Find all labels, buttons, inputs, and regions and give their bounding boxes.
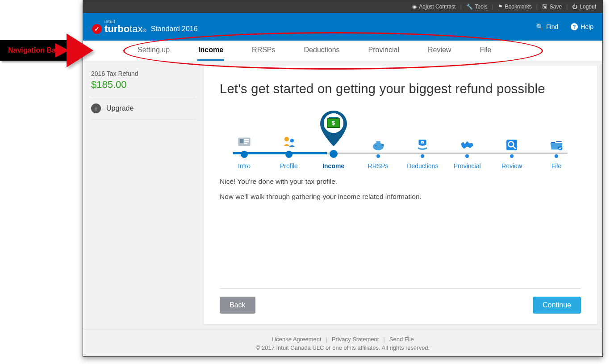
tab-income[interactable]: Income bbox=[197, 41, 224, 61]
checkmark-icon: ✓ bbox=[92, 24, 102, 34]
tab-provincial[interactable]: Provincial bbox=[368, 41, 400, 61]
bookmarks-link[interactable]: ⚑ Bookmarks bbox=[498, 4, 532, 10]
rrsps-icon bbox=[371, 129, 386, 153]
sidebar: 2016 Tax Refund $185.00 ↑ Upgrade bbox=[83, 61, 204, 330]
intro-text-2: Now we'll walk through gathering your in… bbox=[220, 193, 581, 201]
upgrade-label: Upgrade bbox=[106, 104, 134, 112]
step-intro[interactable]: Intro bbox=[224, 126, 264, 170]
step-label: RRSPs bbox=[368, 162, 389, 170]
step-label: Provincial bbox=[454, 162, 481, 170]
navigation-bar: Setting upIncomeRRSPsDeductionsProvincia… bbox=[83, 41, 602, 61]
brand-logo-group: ✓ intuit turbotax® Standard 2016 bbox=[92, 20, 198, 34]
review-icon bbox=[504, 129, 519, 153]
step-label: File bbox=[552, 162, 562, 170]
annotation-label: Navigation Bar bbox=[8, 46, 58, 54]
step-label: Income bbox=[322, 162, 344, 170]
main-card: Let's get started on getting your bigges… bbox=[204, 66, 597, 324]
tools-link[interactable]: 🔧 Tools bbox=[466, 4, 488, 10]
license-link[interactable]: License Agreement bbox=[272, 336, 321, 343]
logout-label: Logout bbox=[580, 4, 596, 10]
svg-point-11 bbox=[375, 145, 376, 146]
step-income[interactable]: $Income bbox=[313, 107, 354, 170]
svg-rect-3 bbox=[244, 141, 249, 142]
annotation-navigation-bar: Navigation Bar bbox=[0, 40, 67, 61]
copyright: © 2017 Intuit Canada ULC or one of its a… bbox=[256, 344, 430, 351]
deductions-icon: $ bbox=[415, 129, 430, 153]
adjust-contrast-link[interactable]: ◉ Adjust Contrast bbox=[412, 4, 455, 10]
svg-rect-2 bbox=[244, 139, 249, 141]
svg-point-5 bbox=[284, 137, 289, 141]
tab-file[interactable]: File bbox=[479, 41, 492, 61]
eye-icon: ◉ bbox=[412, 4, 417, 10]
tools-label: Tools bbox=[475, 4, 488, 10]
wrench-icon: 🔧 bbox=[466, 4, 473, 10]
step-label: Review bbox=[501, 162, 522, 170]
flag-icon: ⚑ bbox=[498, 4, 503, 10]
progress-tracker: IntroProfile$IncomeRRSPs$DeductionsProvi… bbox=[220, 107, 581, 170]
profile-icon bbox=[281, 126, 297, 149]
button-row: Back Continue bbox=[220, 297, 581, 314]
tab-setting-up[interactable]: Setting up bbox=[137, 41, 171, 61]
save-link[interactable]: 🖫 Save bbox=[542, 4, 562, 10]
help-label: Help bbox=[581, 23, 593, 30]
tab-review[interactable]: Review bbox=[427, 41, 452, 61]
file-icon bbox=[549, 129, 564, 153]
upgrade-icon: ↑ bbox=[91, 103, 101, 113]
bookmarks-label: Bookmarks bbox=[505, 4, 532, 10]
page-title: Let's get started on getting your bigges… bbox=[220, 82, 581, 96]
help-link[interactable]: ? Help bbox=[571, 23, 593, 30]
intro-text-1: Nice! You're done with your tax profile. bbox=[220, 178, 581, 186]
svg-point-10 bbox=[381, 144, 384, 146]
sendfile-link[interactable]: Send File bbox=[389, 336, 414, 343]
svg-point-6 bbox=[290, 139, 294, 143]
footer: License Agreement | Privacy Statement | … bbox=[83, 330, 602, 356]
step-label: Intro bbox=[238, 162, 251, 170]
step-rrsps[interactable]: RRSPs bbox=[358, 129, 398, 170]
step-review[interactable]: Review bbox=[492, 129, 532, 170]
income-icon: $ bbox=[318, 107, 350, 148]
step-file[interactable]: File bbox=[536, 129, 577, 170]
svg-point-8 bbox=[373, 143, 384, 150]
svg-rect-1 bbox=[240, 139, 244, 143]
app-window: ◉ Adjust Contrast | 🔧 Tools | ⚑ Bookmark… bbox=[83, 0, 603, 357]
logout-link[interactable]: ⏻ Logout bbox=[572, 4, 596, 10]
refund-amount: $185.00 bbox=[91, 79, 196, 91]
save-icon: 🖫 bbox=[542, 4, 547, 10]
intro-icon bbox=[237, 126, 252, 149]
step-label: Profile bbox=[280, 162, 298, 170]
step-label: Deductions bbox=[407, 162, 438, 170]
continue-button[interactable]: Continue bbox=[533, 297, 581, 314]
brand-version: Standard 2016 bbox=[151, 25, 198, 33]
step-provincial[interactable]: Provincial bbox=[447, 129, 487, 170]
brand-product: turbotax® bbox=[104, 24, 146, 34]
adjust-contrast-label: Adjust Contrast bbox=[419, 4, 455, 10]
save-label: Save bbox=[550, 4, 562, 10]
find-link[interactable]: 🔍 Find bbox=[536, 23, 558, 30]
upgrade-link[interactable]: ↑ Upgrade bbox=[91, 103, 196, 120]
body-area: 2016 Tax Refund $185.00 ↑ Upgrade Let's … bbox=[83, 61, 602, 330]
refund-label: 2016 Tax Refund bbox=[91, 70, 196, 77]
privacy-link[interactable]: Privacy Statement bbox=[332, 336, 379, 343]
tab-deductions[interactable]: Deductions bbox=[303, 41, 341, 61]
step-profile[interactable]: Profile bbox=[269, 126, 309, 170]
svg-rect-4 bbox=[244, 143, 247, 144]
find-label: Find bbox=[546, 23, 558, 30]
step-deductions[interactable]: $Deductions bbox=[402, 129, 443, 170]
help-icon: ? bbox=[571, 23, 578, 30]
tab-rrsps[interactable]: RRSPs bbox=[251, 41, 276, 61]
power-icon: ⏻ bbox=[572, 4, 577, 10]
search-icon: 🔍 bbox=[536, 23, 543, 30]
back-button[interactable]: Back bbox=[220, 297, 255, 314]
brand-bar: ✓ intuit turbotax® Standard 2016 🔍 Find … bbox=[83, 13, 602, 41]
provincial-icon bbox=[460, 129, 475, 153]
top-toolbar: ◉ Adjust Contrast | 🔧 Tools | ⚑ Bookmark… bbox=[83, 0, 602, 13]
svg-rect-9 bbox=[376, 141, 380, 143]
